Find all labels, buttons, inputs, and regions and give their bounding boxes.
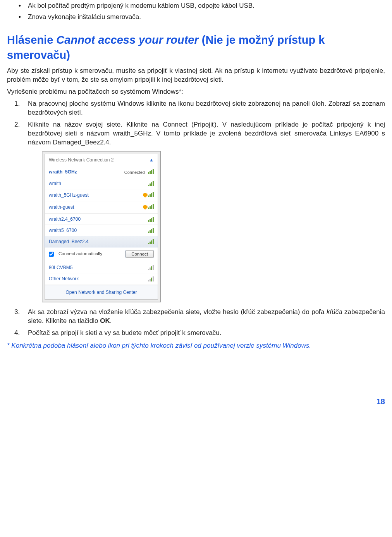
signal-icon [148, 239, 154, 244]
wifi-name: wraith5_6700 [49, 227, 77, 233]
signal-icon [148, 204, 154, 209]
connect-auto-label: Connect automatically [58, 251, 122, 257]
signal-icon [148, 192, 154, 197]
wifi-actions: Connect automatically Connect [45, 247, 158, 262]
connect-button[interactable]: Connect [126, 250, 154, 258]
heading-prefix: Hlásenie [7, 34, 56, 46]
section-heading: Hlásenie Cannot access your router (Nie … [7, 33, 385, 63]
wifi-name: wraith-guest [49, 204, 74, 210]
wifi-network-row[interactable]: 80LCVBM5 [45, 262, 158, 273]
paragraph-subhead: Vyriešenie problému na počítačoch so sys… [7, 87, 385, 96]
step-3-pre: Ak sa zobrazí výzva na vloženie kľúča za… [28, 308, 327, 316]
bullet-item: Ak bol počítač predtým pripojený k modem… [28, 2, 385, 10]
step-2: Kliknite na názov svojej siete. Kliknite… [22, 120, 385, 302]
wifi-name: wraith_5GHz [49, 169, 77, 175]
wifi-name: Other Network [49, 276, 79, 282]
wifi-header-title: Wireless Network Connection 2 [49, 157, 113, 163]
connect-auto-checkbox[interactable] [49, 252, 54, 257]
step-4: Počítač sa pripojí k sieti a vy sa budet… [22, 329, 385, 338]
step-1: Na pracovnej ploche systému Windows klik… [22, 100, 385, 117]
wifi-name: Damaged_Beez2.4 [49, 238, 89, 245]
paragraph-intro: Aby ste získali prístup k smerovaču, mus… [7, 67, 385, 84]
wifi-network-row[interactable]: Other Network [45, 273, 158, 285]
wifi-network-row[interactable]: wraith [45, 178, 158, 189]
wifi-status: Connected [124, 170, 145, 175]
signal-icon [148, 216, 154, 222]
wifi-inner: Wireless Network Connection 2 ▲ wraith_5… [45, 154, 158, 300]
step-3-post: . [110, 317, 112, 324]
wifi-network-row[interactable]: wraith_5GHz Connected [45, 166, 158, 178]
signal-icon [148, 168, 154, 174]
signal-icon [148, 181, 154, 186]
step-3: Ak sa zobrazí výzva na vloženie kľúča za… [22, 308, 385, 326]
step-2-text: Kliknite na názov svojej siete. Kliknite… [28, 121, 385, 146]
signal-icon [148, 276, 154, 281]
bullet-item: Znova vykonajte inštaláciu smerovača. [28, 13, 385, 22]
wifi-network-row-selected[interactable]: Damaged_Beez2.4 [45, 236, 158, 247]
shield-icon [143, 193, 148, 197]
wifi-name: wraith_5GHz-guest [49, 192, 89, 198]
intro-bullets: Ak bol počítač predtým pripojený k modem… [7, 2, 385, 22]
wifi-popup-screenshot: Wireless Network Connection 2 ▲ wraith_5… [42, 151, 161, 302]
steps-list: Na pracovnej ploche systému Windows klik… [7, 100, 385, 338]
footnote: * Konkrétna podoba hlásení alebo ikon pr… [7, 341, 385, 350]
wifi-name: wraith [49, 180, 61, 187]
wifi-network-row[interactable]: wraith5_6700 [45, 225, 158, 236]
wifi-network-row[interactable]: wraith-guest [45, 201, 158, 213]
signal-icon [148, 265, 154, 270]
heading-italic: Cannot access your router [56, 34, 198, 46]
step-3-italic: kľúča [327, 308, 342, 316]
wifi-network-row[interactable]: wraith_5GHz-guest [45, 189, 158, 201]
signal-icon [148, 228, 154, 233]
page-number: 18 [7, 396, 385, 407]
wifi-header: Wireless Network Connection 2 ▲ [45, 154, 158, 166]
step-3-bold: OK [100, 317, 110, 324]
chevron-up-icon: ▲ [149, 157, 154, 163]
wifi-name: 80LCVBM5 [49, 264, 72, 271]
wifi-footer-link[interactable]: Open Network and Sharing Center [45, 285, 158, 299]
wifi-network-row[interactable]: wraith2.4_6700 [45, 214, 158, 225]
wifi-name: wraith2.4_6700 [49, 216, 81, 222]
shield-icon [143, 205, 148, 209]
